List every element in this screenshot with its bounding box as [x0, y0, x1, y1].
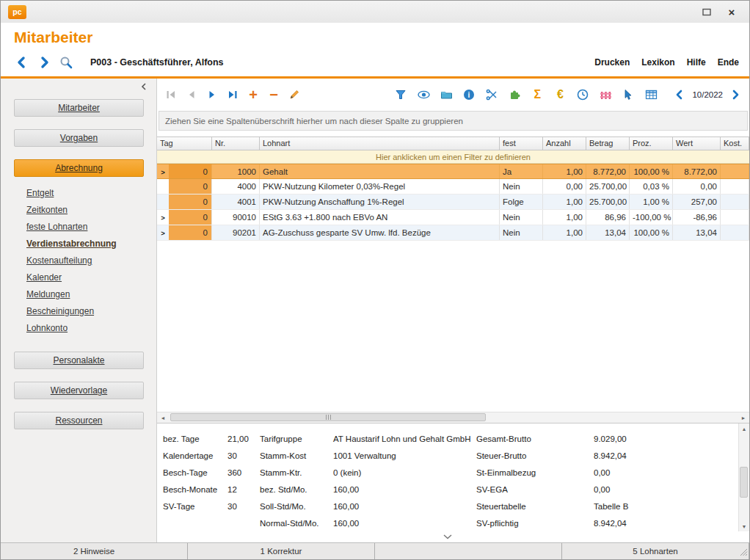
grid-empty-area — [157, 241, 749, 412]
previous-record-icon — [186, 89, 197, 101]
sidebar-item-bescheinigungen[interactable]: Bescheinigungen — [1, 303, 156, 320]
sidebar-item-vorgaben[interactable]: Vorgaben — [14, 129, 144, 147]
next-month-button[interactable] — [727, 87, 743, 103]
titlebar: pc × — [1, 1, 749, 23]
row-expander-icon[interactable]: > — [157, 210, 169, 225]
vertical-scroll-track[interactable] — [739, 434, 749, 521]
nr-cell: 90201 — [212, 225, 260, 240]
page-title: Mitarbeiter — [14, 29, 739, 46]
column-header-lohnart[interactable]: Lohnart — [260, 137, 500, 150]
resize-grip[interactable] — [739, 548, 748, 558]
next-record-button[interactable] — [204, 87, 220, 103]
horizontal-scrollbar[interactable]: ◄ ► — [157, 412, 749, 423]
modules-button[interactable] — [506, 87, 523, 103]
filter-row[interactable]: Hier anklicken um einen Filter zu defini… — [157, 150, 749, 164]
row-expander-icon[interactable] — [157, 194, 169, 209]
limit-button[interactable] — [597, 87, 614, 103]
folder-icon — [440, 89, 453, 101]
table-row[interactable]: 0 4000 PKW-Nutzung Kilometer 0,03%-Regel… — [157, 179, 749, 194]
sidebar-item-kalender[interactable]: Kalender — [1, 269, 156, 286]
preview-button[interactable] — [415, 87, 432, 103]
column-header-proz[interactable]: Proz. — [630, 137, 673, 150]
vertical-scrollbar[interactable]: ▲ ▼ — [738, 423, 749, 531]
lohnart-cell: Gehalt — [260, 164, 500, 178]
scroll-left-icon[interactable]: ◄ — [157, 412, 169, 423]
sidebar-item-mitarbeiter[interactable]: Mitarbeiter — [14, 99, 144, 117]
column-header-tag[interactable]: Tag — [157, 137, 212, 150]
scroll-up-icon[interactable]: ▲ — [739, 423, 749, 434]
currency-button[interactable]: € — [552, 87, 568, 103]
sidebar-item-ressourcen[interactable]: Ressourcen — [14, 412, 144, 429]
sidebar-item-kostenaufteilung[interactable]: Kostenaufteilung — [1, 252, 156, 269]
column-header-wert[interactable]: Wert — [673, 137, 721, 150]
last-record-icon — [227, 89, 239, 101]
table-icon — [645, 89, 658, 101]
sidebar-item-zeitkonten[interactable]: Zeitkonten — [1, 202, 156, 219]
menu-drucken[interactable]: Drucken — [594, 57, 630, 68]
column-header-nr[interactable]: Nr. — [212, 137, 260, 150]
column-header-betrag[interactable]: Betrag — [586, 137, 630, 150]
sidebar-item-verdienstabrechnung[interactable]: Verdienstabrechnung — [1, 236, 156, 252]
table-row[interactable]: > 0 90010 EStG 3.63 +1.800 nach EBVo AN … — [157, 210, 749, 225]
sidebar-collapse-button[interactable] — [140, 82, 148, 92]
search-button[interactable] — [58, 54, 74, 70]
status-korrektur: 1 Korrektur — [188, 543, 375, 559]
row-expander-icon[interactable]: > — [157, 225, 169, 240]
column-header-fest[interactable]: fest — [500, 137, 543, 150]
sidebar-item-feste-lohnarten[interactable]: feste Lohnarten — [1, 219, 156, 236]
sidebar-item-meldungen[interactable]: Meldungen — [1, 286, 156, 303]
sidebar: Mitarbeiter Vorgaben Abrechnung Entgelt … — [1, 79, 157, 542]
sidebar-item-entgelt[interactable]: Entgelt — [1, 185, 156, 202]
minimize-button[interactable] — [701, 6, 713, 18]
sidebar-item-abrechnung[interactable]: Abrechnung — [14, 159, 144, 177]
menu-lexikon[interactable]: Lexikon — [641, 57, 674, 68]
summary-panel: bez. Tage21,00 Kalendertage30 Besch-Tage… — [157, 423, 749, 542]
anzahl-cell: 1,00 — [543, 164, 586, 178]
column-header-anzahl[interactable]: Anzahl — [543, 137, 586, 150]
sidebar-item-personalakte[interactable]: Personalakte — [14, 352, 144, 369]
row-expander-icon[interactable] — [157, 179, 169, 194]
horizontal-scroll-thumb[interactable] — [170, 413, 486, 421]
horizontal-scroll-track[interactable] — [169, 412, 738, 423]
filter-button[interactable] — [393, 87, 409, 103]
sidebar-item-lohnkonto[interactable]: Lohnkonto — [1, 320, 156, 337]
tag-cell: > 0 — [157, 210, 212, 225]
documents-button[interactable] — [438, 87, 454, 103]
table-row[interactable]: > 0 1000 Gehalt Ja 1,00 8.772,00 100,00 … — [157, 164, 749, 179]
wert-cell: 8.772,00 — [673, 164, 721, 178]
forward-button[interactable] — [36, 54, 52, 70]
vertical-scroll-thumb[interactable] — [740, 467, 748, 498]
edit-row-button[interactable] — [286, 87, 302, 103]
last-record-button[interactable] — [225, 87, 241, 103]
info-button[interactable]: i — [461, 87, 477, 103]
table-row[interactable]: 0 4001 PKW-Nutzung Anschaffung 1%-Regel … — [157, 194, 749, 210]
table-view-button[interactable] — [643, 87, 659, 103]
close-button[interactable]: × — [726, 6, 738, 18]
fest-cell: Ja — [500, 164, 543, 178]
menu-ende[interactable]: Ende — [718, 57, 739, 68]
cut-button[interactable] — [484, 87, 500, 103]
sidebar-item-wiedervorlage[interactable]: Wiedervorlage — [14, 382, 144, 399]
summary-collapse-button[interactable] — [157, 531, 738, 542]
previous-month-button[interactable] — [671, 87, 688, 103]
fest-cell: Nein — [500, 210, 543, 225]
scroll-down-icon[interactable]: ▼ — [739, 521, 749, 531]
delete-row-button[interactable]: − — [266, 87, 282, 103]
time-button[interactable] — [575, 87, 591, 103]
betrag-cell: 86,96 — [586, 210, 630, 225]
table-row[interactable]: > 0 90201 AG-Zuschuss gesparte SV Umw. l… — [157, 225, 749, 241]
proz-cell: -100,00 % — [630, 210, 673, 225]
back-button[interactable] — [14, 54, 30, 70]
previous-record-button[interactable] — [183, 87, 200, 103]
first-record-button[interactable] — [163, 87, 179, 103]
column-header-kost[interactable]: Kost. — [721, 137, 749, 150]
toolbar: + − i — [157, 79, 749, 111]
select-button[interactable] — [620, 87, 636, 103]
row-expander-icon[interactable]: > — [157, 164, 169, 178]
clock-icon — [577, 89, 589, 101]
scroll-right-icon[interactable]: ► — [738, 412, 749, 423]
sum-button[interactable]: Σ — [529, 87, 545, 103]
group-by-panel[interactable]: Ziehen Sie eine Spaltenüberschrift hierh… — [159, 111, 748, 131]
menu-hilfe[interactable]: Hilfe — [687, 57, 706, 68]
add-row-button[interactable]: + — [245, 87, 261, 103]
